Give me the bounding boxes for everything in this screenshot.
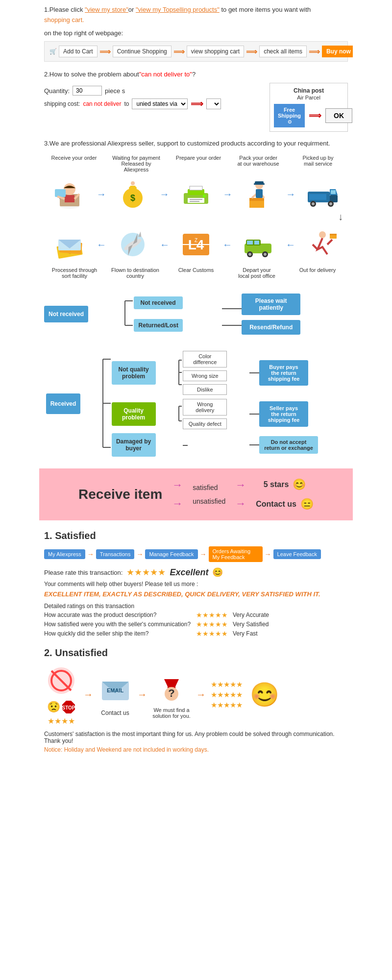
nqp-arrow-line [249, 372, 259, 373]
dislike-box: Dislike [183, 384, 227, 395]
rating-row-3: How quickly did the seller ship the item… [44, 630, 348, 637]
step-add-to-cart[interactable]: Add to Cart [59, 46, 98, 57]
step-continue-shopping[interactable]: Continue Shopping [113, 46, 172, 57]
shipping-method-dropdown[interactable] [206, 98, 221, 109]
buyer-pays-cell: Buyer pays the return shipping fee [259, 349, 348, 397]
svg-rect-19 [190, 186, 202, 190]
rating-row-1: How accurate was the product description… [44, 611, 348, 619]
svg-rect-36 [309, 194, 326, 200]
nqp-bracket [178, 353, 183, 392]
received-main-box: Received [46, 393, 80, 414]
question-icon: ? [154, 671, 189, 705]
down-arrow: ↓ [44, 211, 348, 222]
icon-out-delivery [298, 230, 347, 259]
unsat-stars-row3: ★★★★★ [211, 701, 243, 710]
svg-text:STOP: STOP [62, 705, 75, 710]
svg-rect-39 [330, 234, 337, 235]
fb-step-my-aliexpress[interactable]: My Aliexpress [44, 549, 85, 559]
nr-branch-2: Returned/Lost [134, 319, 183, 332]
fb-step-leave-feedback[interactable]: Leave Feedback [273, 549, 321, 559]
svg-rect-31 [331, 190, 336, 194]
icon-sort-facility [45, 230, 94, 259]
fb-arrow-4: → [265, 550, 271, 558]
step-buy-now[interactable]: Buy now [322, 46, 353, 57]
view-store-link[interactable]: "view my store" [85, 6, 128, 13]
icon-customs: L4 Z [172, 230, 220, 259]
pink-arrow-2: → [172, 497, 183, 510]
row1-label: How accurate was the product description… [44, 612, 191, 618]
cant-deliver-text: "can not deliver to" [139, 71, 192, 78]
section-1: 1.Please click "view my store"or "view m… [44, 5, 348, 62]
happy-smiley: 😊 [293, 478, 306, 491]
label-receive: Receive your order [49, 155, 98, 172]
ok-button[interactable]: OK [325, 108, 352, 123]
section2-left: Quantity: piece s shipping cost: can not… [44, 83, 260, 109]
row3-stars: ★★★★★ [196, 630, 228, 637]
process-section: Receive your order Waiting for paymentRe… [44, 155, 348, 279]
nqp-box: Not quality problem [112, 361, 156, 385]
solution-text: We must find a solution for you. [152, 707, 191, 719]
row3-value: Very Fast [233, 630, 258, 637]
piece-label: piece s [105, 87, 125, 95]
receive-item-title: Receive item [78, 487, 162, 502]
detailed-label-row: Detailed ratings on this transaction [44, 603, 348, 610]
qp-box: Quality problem [112, 402, 156, 426]
svg-rect-43 [254, 241, 259, 245]
quantity-row: Quantity: piece s [44, 86, 260, 96]
step-view-cart[interactable]: view shopping cart [187, 46, 244, 57]
damaged-box: Damaged by buyer [112, 433, 156, 457]
seller-pays-cell: Seller pays the return shipping fee [259, 397, 348, 431]
wrong-size-box: Wrong size [183, 370, 227, 381]
qp-cell: Quality problem [112, 397, 178, 431]
label-pickup: Picked up bymail service [294, 155, 343, 172]
svg-point-47 [264, 253, 267, 256]
intro-paragraph: 1.Please click "view my store"or "view m… [44, 5, 348, 25]
stop-n-group: 😟 STOP [47, 700, 76, 714]
row2-value: Very Satisfied [233, 621, 269, 628]
unsatisfied-title: 2. Unsatisfied [44, 647, 348, 659]
on-top-text: on the top right of webpage: [44, 28, 348, 39]
no-sign-group: 😟 STOP ★★★★ [44, 663, 78, 726]
nqp-sub-cells: Color difference Wrong size Dislike [183, 349, 249, 397]
svg-rect-16 [190, 199, 202, 200]
label-waiting: Waiting for paymentReleased by Aliexpres… [109, 155, 163, 172]
shipping-label: shipping cost: [44, 100, 80, 107]
pink-arrow-1: → [172, 479, 183, 491]
footer-notice: Notice: Holiday and Weekend are not incl… [44, 746, 348, 753]
damaged-arrow-line [249, 444, 259, 445]
nr-arrow-line-2 [222, 325, 242, 326]
contact-us-text: Contact us [256, 500, 296, 509]
shipping-destination-dropdown[interactable]: unied states via [132, 98, 188, 109]
wrong-delivery-box: Wrong delivery [183, 399, 227, 416]
satisfied-label: satisfied [193, 484, 225, 491]
nr-bracket-left [124, 289, 134, 338]
satisfaction-labels: satisfied unsatisfied [193, 484, 225, 505]
arrow-4: ⟹ [309, 47, 320, 56]
fb-step-transactions[interactable]: Transactions [96, 549, 135, 559]
email-group: EMAIL Contact us [98, 673, 132, 716]
stop-sign-icon: STOP [61, 700, 76, 714]
no-return-cell: Do not accept return or exchange [259, 431, 348, 459]
nr-main-cell: Not received [44, 289, 124, 339]
qp-bracket [178, 399, 183, 428]
step-check-items[interactable]: check all items [259, 46, 307, 57]
or-text: or [128, 6, 136, 13]
damaged-line [183, 445, 188, 446]
china-post-title: China post Air Parcel [274, 87, 343, 101]
section2-title: 2.How to solve the problem about"can not… [44, 70, 348, 80]
rc-table: Received Not quality problem [44, 349, 348, 459]
quantity-label: Quantity: [44, 87, 70, 95]
seller-pays-box: Seller pays the return shipping fee [259, 401, 308, 427]
rc-bracket-left [102, 349, 112, 457]
fb-step-manage-feedback[interactable]: Manage Feedback [145, 549, 197, 559]
topselling-link[interactable]: "view my Topselling products" [136, 6, 220, 13]
fb-arrow-3: → [200, 550, 207, 558]
free-shipping-row: Free Shipping ⊙ ⟹ OK [274, 104, 343, 127]
arrow-red-2: ⟹ [309, 110, 321, 121]
no-sign-icon [44, 663, 78, 698]
outcomes: 5 stars 😊 Contact us 😑 [256, 478, 314, 511]
label-flown: Flown to destinationcountry [111, 267, 160, 279]
quantity-input[interactable] [73, 86, 102, 96]
fb-step-awaiting[interactable]: Orders Awaiting My Feedback [209, 546, 263, 562]
buyer-pays-box: Buyer pays the return shipping fee [259, 360, 308, 386]
